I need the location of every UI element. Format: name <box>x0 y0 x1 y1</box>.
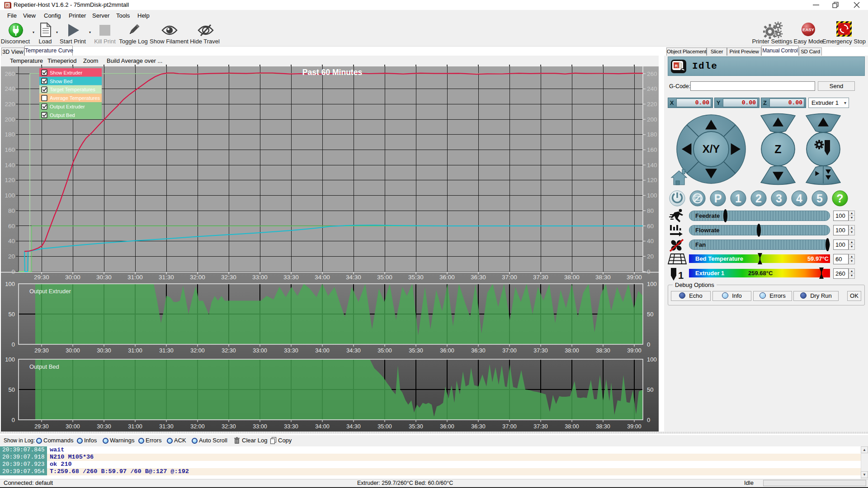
svg-text:37:00: 37:00 <box>502 274 517 281</box>
svg-text:30:00: 30:00 <box>66 423 80 430</box>
svg-text:R: R <box>675 64 678 68</box>
svg-text:39:00: 39:00 <box>627 423 641 430</box>
svg-text:240: 240 <box>647 85 657 92</box>
svg-text:180: 180 <box>647 131 657 138</box>
svg-text:120: 120 <box>647 177 657 183</box>
svg-text:33:00: 33:00 <box>252 274 268 281</box>
svg-text:1: 1 <box>678 270 684 281</box>
svg-text:37:30: 37:30 <box>533 274 548 281</box>
svg-text:Output Bed: Output Bed <box>50 113 75 118</box>
svg-text:60: 60 <box>647 223 654 230</box>
svg-text:50: 50 <box>9 311 15 318</box>
svg-text:Show Extruder: Show Extruder <box>50 70 82 75</box>
svg-text:Output Extruder: Output Extruder <box>29 288 71 295</box>
svg-text:30:00: 30:00 <box>66 347 80 354</box>
svg-text:200: 200 <box>5 116 15 123</box>
svg-text:38:00: 38:00 <box>565 423 579 430</box>
svg-text:29:30: 29:30 <box>34 274 49 281</box>
svg-text:60: 60 <box>8 223 15 230</box>
svg-text:?: ? <box>836 192 843 205</box>
svg-text:30:30: 30:30 <box>96 274 112 281</box>
svg-text:37:00: 37:00 <box>502 423 516 430</box>
svg-text:Z: Z <box>774 143 781 155</box>
svg-text:33:00: 33:00 <box>253 423 267 430</box>
svg-text:260: 260 <box>647 70 657 77</box>
svg-text:50: 50 <box>9 386 15 393</box>
svg-text:32:30: 32:30 <box>221 274 236 281</box>
svg-text:P: P <box>714 192 722 205</box>
svg-text:100: 100 <box>5 356 15 363</box>
svg-text:0: 0 <box>12 341 15 348</box>
svg-text:Output Extruder: Output Extruder <box>50 104 85 109</box>
svg-text:38:30: 38:30 <box>595 274 611 281</box>
svg-text:120: 120 <box>5 177 15 183</box>
svg-text:32:00: 32:00 <box>190 274 205 281</box>
svg-text:37:00: 37:00 <box>502 347 516 354</box>
svg-text:34:30: 34:30 <box>346 274 361 281</box>
svg-text:32:00: 32:00 <box>190 423 204 430</box>
svg-text:34:00: 34:00 <box>315 274 330 281</box>
svg-text:31:00: 31:00 <box>128 347 142 354</box>
svg-text:33:30: 33:30 <box>284 423 298 430</box>
svg-text:38:00: 38:00 <box>564 274 580 281</box>
svg-text:39:00: 39:00 <box>627 347 641 354</box>
svg-text:20: 20 <box>8 253 15 260</box>
svg-text:140: 140 <box>5 162 15 169</box>
svg-text:Average Temperatures: Average Temperatures <box>50 95 100 101</box>
svg-text:260: 260 <box>5 70 15 77</box>
svg-text:37:30: 37:30 <box>533 347 547 354</box>
svg-text:30:30: 30:30 <box>97 347 111 354</box>
svg-text:35:00: 35:00 <box>377 274 392 281</box>
svg-text:240: 240 <box>5 85 15 92</box>
svg-text:31:30: 31:30 <box>159 423 173 430</box>
svg-text:33:30: 33:30 <box>284 347 298 354</box>
svg-text:32:30: 32:30 <box>222 347 236 354</box>
svg-text:40: 40 <box>8 238 15 244</box>
svg-text:31:30: 31:30 <box>159 347 173 354</box>
svg-text:35:00: 35:00 <box>377 347 392 354</box>
svg-text:34:30: 34:30 <box>346 423 360 430</box>
svg-text:Show Bed: Show Bed <box>50 79 72 84</box>
svg-text:Target Temperatures: Target Temperatures <box>50 87 95 92</box>
svg-text:0: 0 <box>647 341 650 348</box>
svg-text:34:00: 34:00 <box>315 423 329 430</box>
svg-text:35:30: 35:30 <box>409 347 423 354</box>
svg-text:200: 200 <box>647 116 657 123</box>
svg-text:38:00: 38:00 <box>565 347 579 354</box>
svg-text:34:30: 34:30 <box>346 347 360 354</box>
svg-text:0: 0 <box>647 417 650 423</box>
svg-text:160: 160 <box>647 146 657 153</box>
svg-text:34:00: 34:00 <box>315 347 329 354</box>
svg-text:180: 180 <box>5 131 15 138</box>
svg-text:36:00: 36:00 <box>440 347 454 354</box>
svg-text:220: 220 <box>647 101 657 108</box>
svg-text:100: 100 <box>647 356 657 363</box>
svg-text:39:00: 39:00 <box>627 274 642 281</box>
svg-text:5: 5 <box>816 192 823 205</box>
svg-text:80: 80 <box>8 207 15 214</box>
svg-text:37:30: 37:30 <box>533 423 547 430</box>
svg-text:38:30: 38:30 <box>596 347 610 354</box>
svg-text:EASY: EASY <box>802 27 815 32</box>
svg-text:35:00: 35:00 <box>377 423 392 430</box>
svg-text:160: 160 <box>5 146 15 153</box>
svg-text:100: 100 <box>647 192 657 199</box>
svg-text:29:30: 29:30 <box>34 423 48 430</box>
svg-text:35:30: 35:30 <box>408 274 424 281</box>
svg-text:0: 0 <box>647 268 651 275</box>
svg-text:33:00: 33:00 <box>253 347 267 354</box>
svg-text:36:30: 36:30 <box>471 274 486 281</box>
svg-text:33:30: 33:30 <box>283 274 299 281</box>
svg-text:29:30: 29:30 <box>34 347 48 354</box>
svg-text:Output Bed: Output Bed <box>29 363 59 370</box>
svg-text:40: 40 <box>647 238 654 244</box>
svg-text:36:00: 36:00 <box>439 274 455 281</box>
svg-text:50: 50 <box>647 311 653 318</box>
svg-text:30:00: 30:00 <box>65 274 80 281</box>
svg-text:X/Y: X/Y <box>703 143 720 155</box>
svg-text:36:00: 36:00 <box>440 423 454 430</box>
svg-text:100: 100 <box>647 281 657 287</box>
svg-text:100: 100 <box>5 192 15 199</box>
svg-text:Past 60 Minutes: Past 60 Minutes <box>302 68 363 77</box>
svg-text:35:30: 35:30 <box>409 423 423 430</box>
